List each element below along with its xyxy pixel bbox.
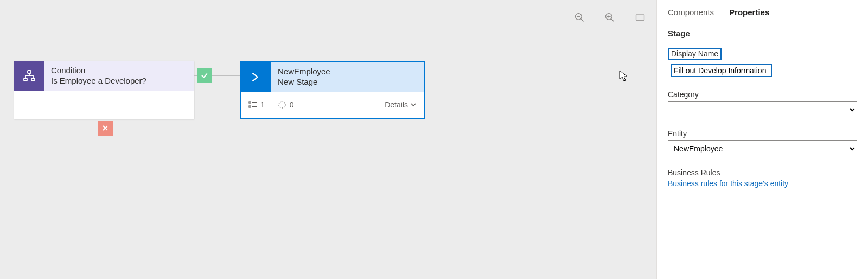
condition-type-label: Condition bbox=[51, 66, 146, 76]
zoom-in-icon[interactable] bbox=[604, 12, 615, 23]
svg-rect-10 bbox=[31, 78, 35, 81]
svg-rect-13 bbox=[249, 102, 251, 103]
condition-node[interactable]: Condition Is Employee a Developer? bbox=[14, 61, 194, 119]
entity-label: Entity bbox=[668, 129, 857, 138]
display-name-input[interactable] bbox=[671, 64, 772, 77]
svg-rect-9 bbox=[24, 78, 27, 81]
svg-point-17 bbox=[279, 102, 285, 108]
svg-rect-15 bbox=[249, 106, 251, 107]
stage-title: New Stage bbox=[278, 77, 330, 87]
display-name-label: Display Name bbox=[668, 48, 857, 60]
condition-yes-badge[interactable] bbox=[197, 68, 212, 83]
stage-steps-count: 1 bbox=[248, 100, 265, 109]
svg-line-4 bbox=[611, 19, 614, 22]
stage-node[interactable]: NewEmployee New Stage 1 0 bbox=[240, 61, 425, 119]
stage-details-toggle[interactable]: Details bbox=[385, 100, 417, 109]
tab-components[interactable]: Components bbox=[668, 8, 714, 17]
svg-rect-8 bbox=[28, 71, 31, 73]
stage-header: NewEmployee New Stage bbox=[241, 62, 424, 92]
tab-properties[interactable]: Properties bbox=[729, 8, 769, 17]
designer-canvas[interactable]: Condition Is Employee a Developer? bbox=[0, 0, 656, 279]
panel-tabs: Components Properties bbox=[668, 8, 857, 17]
category-label: Category bbox=[668, 90, 857, 99]
panel-section-title: Stage bbox=[668, 29, 857, 38]
properties-panel: Components Properties Stage Display Name… bbox=[656, 0, 868, 279]
stage-chevron-icon bbox=[241, 62, 271, 92]
stage-footer: 1 0 Details bbox=[241, 92, 424, 118]
condition-body bbox=[14, 91, 194, 119]
condition-no-badge[interactable] bbox=[98, 121, 113, 136]
canvas-toolbar bbox=[574, 12, 646, 23]
condition-title: Is Employee a Developer? bbox=[51, 76, 146, 86]
svg-rect-7 bbox=[636, 15, 644, 20]
business-rules-label: Business Rules bbox=[668, 168, 857, 177]
svg-line-1 bbox=[581, 19, 584, 22]
display-name-input-wrap bbox=[668, 62, 857, 79]
zoom-out-icon[interactable] bbox=[574, 12, 585, 23]
fit-to-screen-icon[interactable] bbox=[635, 12, 646, 23]
mouse-cursor-icon bbox=[618, 69, 629, 84]
entity-select[interactable]: NewEmployee bbox=[668, 140, 857, 157]
stage-entity-label: NewEmployee bbox=[278, 67, 330, 77]
condition-icon bbox=[14, 61, 44, 91]
category-select[interactable] bbox=[668, 101, 857, 118]
condition-header: Condition Is Employee a Developer? bbox=[14, 61, 194, 91]
stage-processes-count: 0 bbox=[278, 100, 294, 109]
business-rules-link[interactable]: Business rules for this stage's entity bbox=[668, 179, 788, 188]
